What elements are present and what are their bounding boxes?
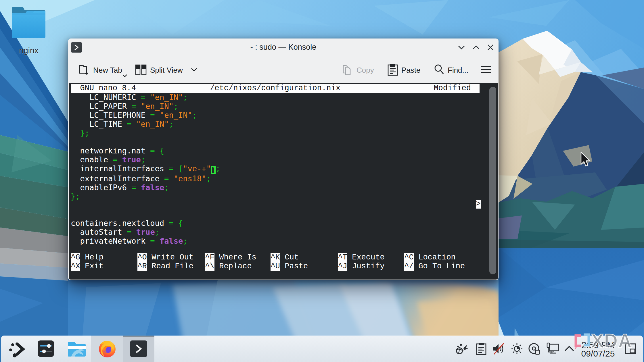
svg-text:XDA: XDA bbox=[591, 331, 632, 351]
